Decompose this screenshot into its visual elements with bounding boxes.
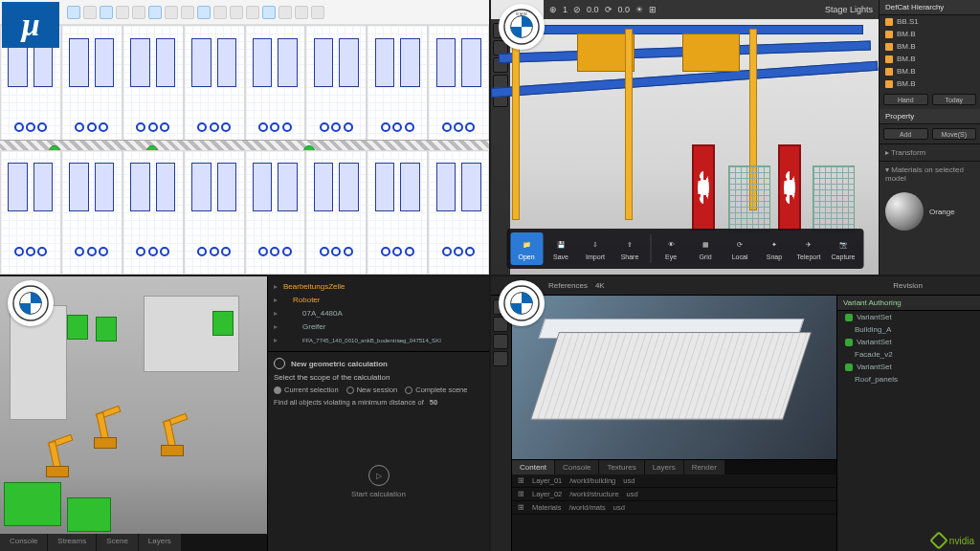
import-button[interactable]: ⇩Import bbox=[579, 232, 612, 265]
variant-item[interactable]: Building_A bbox=[837, 323, 980, 336]
cad-ribbon-toolbar[interactable] bbox=[0, 0, 489, 25]
hierarchy-item[interactable]: BM.B bbox=[880, 28, 980, 40]
play-icon[interactable]: ▷ bbox=[368, 465, 390, 486]
variant-item[interactable]: VariantSet bbox=[837, 311, 980, 323]
teleport-button[interactable]: ✈Teleport bbox=[792, 232, 825, 265]
ribbon-button[interactable] bbox=[311, 6, 324, 19]
menu-4k[interactable]: 4K bbox=[595, 281, 605, 290]
hierarchy-panel[interactable]: DefCat Hierarchy BB.S1 BM.B BM.B BM.B BM… bbox=[879, 0, 980, 275]
scope-radios[interactable]: Current selection New session Complete s… bbox=[274, 386, 483, 394]
save-button[interactable]: 💾Save bbox=[545, 232, 577, 265]
tree-node[interactable]: 07A_4480A bbox=[274, 307, 483, 320]
snap-button[interactable]: ✦Snap bbox=[758, 232, 791, 265]
hierarchy-item[interactable]: BM.B bbox=[880, 40, 980, 53]
viewport-3d[interactable]: ⊕ 1 ⊘ 0.0 ⟳ 0.0 ☀ ⊞ Stage Lights bbox=[491, 0, 879, 275]
section-materials[interactable]: ▾ Materials on selected model bbox=[880, 161, 980, 187]
hierarchy-item[interactable]: BB.S1 bbox=[880, 15, 980, 28]
tab-hand[interactable]: Hand bbox=[883, 94, 928, 105]
rail-button[interactable] bbox=[493, 351, 508, 366]
editor-left-rail[interactable] bbox=[491, 296, 512, 551]
hierarchy-item[interactable]: BM.B bbox=[880, 65, 980, 77]
ribbon-button[interactable] bbox=[132, 6, 145, 19]
tree-node[interactable]: Greifer bbox=[274, 320, 483, 334]
editor-bottom-panel[interactable]: Content Console Textures Layers Render ⊞… bbox=[512, 459, 836, 551]
ribbon-button[interactable] bbox=[148, 6, 162, 19]
tab-content[interactable]: Content bbox=[512, 460, 554, 474]
tree-node[interactable]: BearbeitungsZelle bbox=[274, 280, 483, 294]
ribbon-button[interactable] bbox=[165, 6, 178, 19]
visibility-icon[interactable] bbox=[885, 43, 893, 51]
tb-item[interactable]: 0.0 bbox=[587, 5, 599, 14]
move-button[interactable]: Move(S) bbox=[932, 128, 977, 140]
tb-item[interactable]: ☀ bbox=[635, 5, 643, 14]
ribbon-button[interactable] bbox=[181, 6, 194, 19]
cad-drawing-canvas[interactable] bbox=[0, 25, 489, 275]
section-transform[interactable]: ▸ Transform bbox=[880, 143, 980, 161]
variant-panel[interactable]: Variant Authoring VariantSet Building_A … bbox=[836, 296, 980, 551]
tab-textures[interactable]: Textures bbox=[599, 460, 643, 474]
visibility-icon[interactable] bbox=[885, 31, 893, 38]
ribbon-button[interactable] bbox=[230, 6, 243, 19]
variant-item[interactable]: Facade_v2 bbox=[837, 348, 980, 361]
ribbon-button[interactable] bbox=[213, 6, 227, 19]
tab-render[interactable]: Render bbox=[684, 460, 724, 474]
scene-tree[interactable]: BearbeitungsZelle Roboter 07A_4480A Grei… bbox=[268, 276, 489, 351]
content-row[interactable]: ⊞Layer_02/world/structureusd bbox=[512, 488, 836, 501]
viewport-bottom-toolbar[interactable]: 📁Open 💾Save ⇩Import ⇪Share 👁Eye ▦Grid ⟳L… bbox=[506, 229, 863, 269]
revision-label[interactable]: Revision bbox=[893, 281, 923, 290]
viewport-top-toolbar[interactable]: ⊕ 1 ⊘ 0.0 ⟳ 0.0 ☀ ⊞ Stage Lights bbox=[544, 0, 879, 19]
tree-node[interactable]: Roboter bbox=[274, 294, 483, 307]
menu-references[interactable]: References bbox=[548, 281, 588, 290]
variant-item[interactable]: VariantSet bbox=[837, 336, 980, 348]
grid-button[interactable]: ▦Grid bbox=[689, 232, 722, 265]
share-button[interactable]: ⇪Share bbox=[613, 232, 646, 265]
ribbon-button[interactable] bbox=[262, 6, 276, 19]
tab-layers[interactable]: Layers bbox=[139, 534, 181, 551]
tb-item[interactable]: ⊘ bbox=[573, 5, 581, 14]
editor-3d-viewport[interactable] bbox=[512, 296, 836, 459]
tb-item[interactable]: ⊞ bbox=[649, 5, 657, 14]
ribbon-button[interactable] bbox=[278, 6, 292, 19]
tb-item[interactable]: 1 bbox=[563, 5, 568, 14]
add-button[interactable]: Add bbox=[883, 128, 928, 140]
open-button[interactable]: 📁Open bbox=[510, 232, 543, 265]
tb-item[interactable]: ⊕ bbox=[549, 5, 557, 14]
variant-item[interactable]: VariantSet bbox=[837, 361, 980, 373]
ribbon-button[interactable] bbox=[100, 6, 113, 19]
calculation-panel[interactable]: BearbeitungsZelle Roboter 07A_4480A Grei… bbox=[267, 276, 489, 551]
ribbon-button[interactable] bbox=[83, 6, 97, 19]
tab-console[interactable]: Console bbox=[0, 534, 47, 551]
visibility-icon[interactable] bbox=[885, 80, 893, 88]
ribbon-button[interactable] bbox=[246, 6, 259, 19]
tab-layers[interactable]: Layers bbox=[645, 460, 683, 474]
tab-today[interactable]: Today bbox=[932, 94, 977, 105]
tab-streams[interactable]: Streams bbox=[48, 534, 96, 551]
viewport-tabs[interactable]: Console Streams Scene Layers bbox=[0, 534, 267, 551]
visibility-icon[interactable] bbox=[885, 68, 893, 76]
ribbon-button[interactable] bbox=[116, 6, 129, 19]
radio-current[interactable]: Current selection bbox=[274, 386, 339, 394]
visibility-icon[interactable] bbox=[885, 18, 893, 26]
material-preview-sphere[interactable] bbox=[885, 192, 924, 231]
editor-menubar[interactable]: References 4K Revision bbox=[491, 276, 980, 296]
content-row[interactable]: ⊞Layer_01/world/buildingusd bbox=[512, 474, 836, 488]
tab-console[interactable]: Console bbox=[555, 460, 598, 474]
tb-item[interactable]: 0.0 bbox=[618, 5, 631, 14]
start-calculation[interactable]: ▷ Start calculation bbox=[268, 412, 489, 551]
rail-button[interactable] bbox=[493, 334, 508, 349]
capture-button[interactable]: 📷Capture bbox=[827, 232, 859, 265]
visibility-icon[interactable] bbox=[885, 55, 893, 63]
radio-complete[interactable]: Complete scene bbox=[405, 386, 467, 394]
ribbon-button[interactable] bbox=[295, 6, 308, 19]
hierarchy-item[interactable]: BM.B bbox=[880, 77, 980, 90]
content-row[interactable]: ⊞Materials/world/matsusd bbox=[512, 501, 836, 515]
tab-scene[interactable]: Scene bbox=[97, 534, 138, 551]
local-button[interactable]: ⟳Local bbox=[724, 232, 756, 265]
ribbon-button[interactable] bbox=[197, 6, 211, 19]
eye-button[interactable]: 👁Eye bbox=[655, 232, 687, 265]
slider-value[interactable]: 50 bbox=[430, 398, 437, 407]
tree-node[interactable]: FFA_7745_140_0010_ankB_bodentraeg_047514… bbox=[274, 334, 483, 347]
tb-item[interactable]: ⟳ bbox=[605, 5, 612, 14]
variant-item[interactable]: Roof_panels bbox=[837, 373, 980, 386]
ribbon-button[interactable] bbox=[67, 6, 80, 19]
